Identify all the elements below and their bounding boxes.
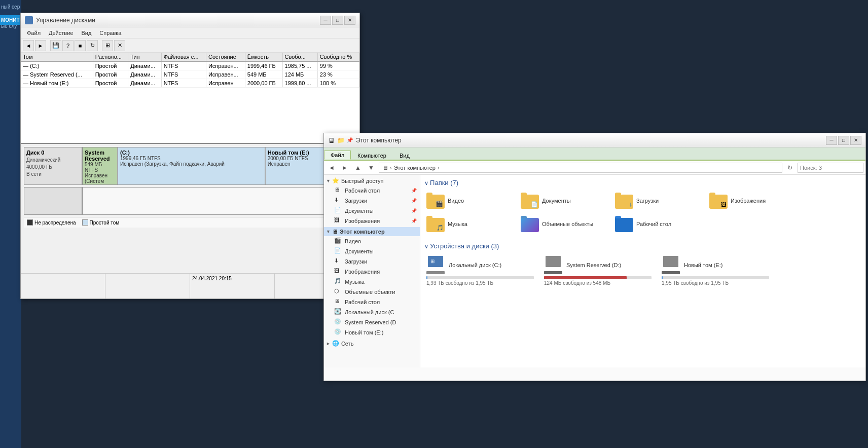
device-item-e[interactable]: Новый том (E:) 1,95 ТБ свободно из 1,95 … xyxy=(660,254,771,288)
col-raspolozhenie[interactable]: Располо... xyxy=(93,53,128,61)
more-button[interactable]: ⊞ xyxy=(102,40,113,51)
up-nav-button[interactable]: ▲ xyxy=(352,163,364,173)
col-svobodno[interactable]: Свобо... xyxy=(282,53,317,61)
sidebar-item-drive-d[interactable]: 💿 System Reserved (D xyxy=(324,317,420,327)
col-tom[interactable]: Том xyxy=(21,53,93,61)
recent-nav-button[interactable]: ▼ xyxy=(366,163,377,173)
folder-item-docs[interactable]: 📄 Документы xyxy=(519,191,610,211)
disk-partitions-0: System Reserved 549 МБ NTFS Исправен (Си… xyxy=(83,147,356,184)
refresh-button[interactable]: ↻ xyxy=(87,40,98,51)
disk-table-area: Том Располо... Тип Файловая с... Состоян… xyxy=(21,53,359,144)
sidebar-item-documents-quick[interactable]: 📄 Документы 📌 xyxy=(324,206,420,216)
bottom-cell-1 xyxy=(21,274,105,298)
refresh-address-button[interactable]: ↻ xyxy=(784,163,795,173)
exp-close-button[interactable]: ✕ xyxy=(850,136,861,145)
sidebar-item-drive-c[interactable]: 💽 Локальный диск (C xyxy=(324,307,420,317)
ribbon-tabs: Файл Компьютер Вид xyxy=(324,147,865,160)
tab-file[interactable]: Файл xyxy=(324,151,351,160)
forward-button[interactable]: ► xyxy=(35,40,46,51)
downloads-folder-label: Загрузки xyxy=(636,198,659,204)
pin-small2: 📌 xyxy=(411,198,417,203)
properties-button[interactable]: ■ xyxy=(75,40,86,51)
help-button[interactable]: ? xyxy=(62,40,74,51)
back-button[interactable]: ◄ xyxy=(23,40,34,51)
tab-view[interactable]: Вид xyxy=(393,151,416,160)
col-fs[interactable]: Файловая с... xyxy=(161,53,206,61)
cell-svob-2: 124 МБ xyxy=(282,70,317,79)
pin-small3: 📌 xyxy=(411,208,417,213)
cancel-button[interactable]: ✕ xyxy=(114,40,125,51)
tab-computer[interactable]: Компьютер xyxy=(351,151,393,160)
sidebar-header-network[interactable]: ► 🌐 Сеть xyxy=(324,339,420,348)
cell-tom-3: — Новый том (E:) xyxy=(21,79,93,88)
device-progress-d xyxy=(544,276,652,279)
folder-item-music[interactable]: 🎵 Музыка xyxy=(424,214,516,234)
device-item-c[interactable]: ⊞ Локальный диск (C:) 1,93 ТБ свободно и… xyxy=(424,254,536,288)
disk-legend: Не распределена Простой том xyxy=(24,217,356,228)
docs-folder-icon: 📄 xyxy=(521,193,539,209)
back-nav-button[interactable]: ◄ xyxy=(326,163,337,173)
disk-type-0: Динамический xyxy=(26,157,80,164)
partition-sysreserved[interactable]: System Reserved 549 МБ NTFS Исправен (Си… xyxy=(83,147,118,184)
cell-emk-1: 1999,46 ГБ xyxy=(245,61,282,70)
sidebar-header-thispc[interactable]: ▼ 🖥 Этот компьютер xyxy=(324,227,420,236)
maximize-button[interactable]: □ xyxy=(332,16,343,25)
table-row[interactable]: — (C:) Простой Динами... NTFS Исправен..… xyxy=(21,61,359,70)
music-folder-icon: 🎵 xyxy=(426,216,445,232)
exp-minimize-button[interactable]: ─ xyxy=(826,136,837,145)
disk-mgmt-content: Том Располо... Тип Файловая с... Состоян… xyxy=(21,53,359,298)
exp-maximize-button[interactable]: □ xyxy=(838,136,849,145)
partition-c[interactable]: (C:) 1999,46 ГБ NTFS Исправен (Загрузка,… xyxy=(118,147,266,184)
folder-item-images[interactable]: 🖼 Изображения xyxy=(707,191,799,211)
thispc-label: Этот компьютер xyxy=(340,229,385,235)
folder-item-video[interactable]: 🎬 Видео xyxy=(424,191,516,211)
sidebar-item-downloads-quick[interactable]: ⬇ Загрузки 📌 xyxy=(324,196,420,206)
sidebar-item-downloads[interactable]: ⬇ Загрузки xyxy=(324,256,420,267)
device-progress-fill-d xyxy=(544,276,627,279)
table-row[interactable]: — System Reserved (... Простой Динами...… xyxy=(21,70,359,79)
folders-section-title[interactable]: Папки (7) xyxy=(424,179,861,186)
device-size-e: 1,95 ТБ свободно из 1,95 ТБ xyxy=(662,280,769,286)
sidebar-item-music[interactable]: 🎵 Музыка xyxy=(324,277,420,287)
col-svobodno-pct[interactable]: Свободно % xyxy=(317,53,359,61)
address-bar: ◄ ► ▲ ▼ 🖥 › Этот компьютер › ↻ xyxy=(324,161,865,175)
menu-action[interactable]: Действие xyxy=(45,29,77,37)
sidebar-item-desktop[interactable]: 🖥 Рабочий стол 📌 xyxy=(324,185,420,196)
pin-icon: 📌 xyxy=(347,137,353,143)
network-icon-small: 🌐 xyxy=(332,340,339,347)
left-panel: МОНИТО ный сер веры ые слу xyxy=(0,0,21,448)
disk-row-0: Диск 0 Динамический 4000,00 ГБ В сети Sy… xyxy=(24,147,356,185)
sidebar-item-3dobjects[interactable]: ⬡ Объемные объекти xyxy=(324,287,420,297)
table-row[interactable]: — Новый том (E:) Простой Динами... NTFS … xyxy=(21,79,359,88)
sidebar-item-docs[interactable]: 📄 Документы xyxy=(324,246,420,256)
sidebar-item-desktop-pc[interactable]: 🖥 Рабочий стол xyxy=(324,297,420,307)
sidebar-item-images-quick[interactable]: 🖼 Изображения 📌 xyxy=(324,216,420,226)
col-emkost[interactable]: Ёмкость xyxy=(245,53,282,61)
sidebar-item-images[interactable]: 🖼 Изображения xyxy=(324,267,420,277)
breadcrumb-arrow: › xyxy=(390,165,392,171)
minimize-button[interactable]: ─ xyxy=(320,16,331,25)
col-tip[interactable]: Тип xyxy=(128,53,161,61)
sidebar-item-video[interactable]: 🎬 Видео xyxy=(324,236,420,246)
downloads-folder-icon: ↓ xyxy=(615,193,633,209)
sidebar-header-quickaccess[interactable]: ▼ ⭐ Быстрый доступ xyxy=(324,176,420,185)
device-item-d[interactable]: System Reserved (D:) 124 МБ свободно из … xyxy=(542,254,654,288)
search-input[interactable] xyxy=(798,163,863,173)
exp-titlebar: 🖥 📁 📌 Этот компьютер ─ □ ✕ xyxy=(324,133,865,147)
sidebar-item-drive-e[interactable]: 💿 Новый том (E:) xyxy=(324,327,420,338)
folder-item-3d[interactable]: Объемные объекты xyxy=(519,214,610,234)
close-button[interactable]: ✕ xyxy=(344,16,355,25)
3dobjects-label: Объемные объекти xyxy=(345,289,395,295)
menu-view[interactable]: Вид xyxy=(77,29,95,37)
menu-help[interactable]: Справка xyxy=(95,29,125,37)
forward-nav-button[interactable]: ► xyxy=(339,163,350,173)
folder-item-downloads[interactable]: ↓ Загрузки xyxy=(613,191,704,211)
menu-file[interactable]: Файл xyxy=(23,29,45,37)
cell-fs-1: NTFS xyxy=(161,61,206,70)
devices-section-title[interactable]: Устройства и диски (3) xyxy=(424,242,861,250)
save-button[interactable]: 💾 xyxy=(50,40,61,51)
folder-item-desktop[interactable]: Рабочий стол xyxy=(613,214,704,234)
breadcrumb-pc-icon: 🖥 xyxy=(382,165,388,171)
col-sostoyaniye[interactable]: Состояние xyxy=(206,53,245,61)
address-path[interactable]: 🖥 › Этот компьютер › xyxy=(379,163,782,173)
